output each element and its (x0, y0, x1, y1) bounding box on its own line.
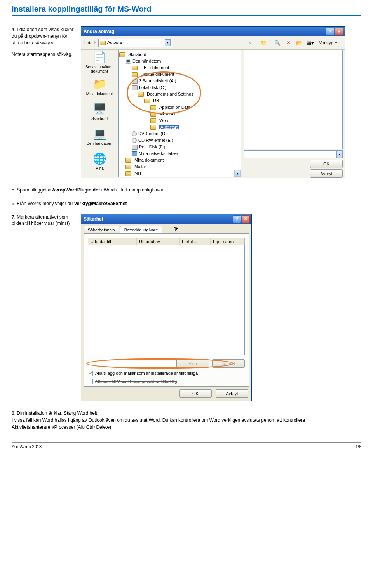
disc-icon (132, 131, 137, 136)
tree-item[interactable]: Autostart (119, 124, 236, 130)
step-8: 8. Din installation är klar. Stäng Word … (12, 410, 361, 431)
places-icon: 💻 (93, 128, 106, 140)
folder-icon (150, 118, 156, 123)
dialog-title: Ändra sökväg (84, 29, 114, 34)
computer-icon: 💻 (125, 58, 131, 64)
places-icon: 📄 (93, 51, 106, 64)
visa-button[interactable]: Visa (176, 359, 209, 368)
tree-item[interactable]: Application Data (119, 104, 236, 111)
folder-icon (150, 112, 156, 117)
tree-item[interactable]: Documents and Settings (119, 91, 236, 97)
tree-item[interactable]: Word (119, 117, 236, 124)
places-icon: 📁 (93, 78, 106, 90)
places-item[interactable]: 🌐Mina (83, 150, 116, 173)
tree-item[interactable]: Mina nätverksplatser (119, 150, 236, 157)
up-icon[interactable]: 📁 (259, 38, 268, 47)
ok-button[interactable]: OK (310, 160, 343, 168)
file-preview-area (244, 50, 343, 149)
checkbox-icon: ✔ (88, 379, 93, 384)
step-5: 5. Spara tillägget e-AvropWordPlugin.dot… (12, 187, 361, 193)
verktyg-menu[interactable]: Verktyg▾ (317, 40, 342, 46)
places-item[interactable]: 🖥️Skrivbord (83, 101, 116, 123)
cancel-button[interactable]: Avbryt (310, 169, 343, 178)
checkbox-checked-icon: ✔ (88, 371, 93, 376)
tabort-button[interactable]: Ta bort (212, 359, 245, 368)
checkbox-tillagg[interactable]: ✔ Alla tillägg och mallar som är install… (88, 371, 245, 376)
tree-item[interactable]: 3,5-tumsdiskett (A:) (119, 78, 236, 84)
close-icon[interactable]: ✕ (335, 28, 343, 35)
dialog-sakerhet: Säkerhet ? ✕ Säkerhetsnivå Betrodda utgi… (81, 214, 252, 401)
tree-item[interactable]: 💻Den här datorn (119, 58, 236, 64)
step-6: 6. Från Words meny väljer du Verktyg/Mak… (12, 200, 361, 207)
tree-item[interactable]: Norrtälje (119, 177, 236, 177)
folder-tree[interactable]: Skrivbord💻Den här datornRB - dokumentDel… (118, 50, 241, 177)
drive-icon (132, 79, 138, 84)
cursor-icon: ➤ (173, 224, 180, 232)
drive-icon (132, 145, 138, 150)
chevron-down-icon[interactable]: ▾ (336, 151, 342, 158)
page-footer: © e-Avrop 2013 1/8 (12, 443, 361, 449)
folder-icon (150, 125, 156, 130)
drive-icon (132, 85, 138, 90)
back-icon[interactable]: ⟵ (248, 38, 257, 47)
page-title: Installera kopplingstilläg för MS-Word (12, 5, 361, 16)
places-item[interactable]: 💻Den här datorn (83, 125, 116, 148)
search-icon[interactable]: 🔍 (273, 38, 282, 47)
chevron-down-icon[interactable]: ▾ (165, 39, 171, 46)
step-4-note: Notera startmappens sökväg. (12, 51, 74, 58)
tree-item[interactable]: MITT (119, 170, 236, 177)
folder-icon (138, 92, 144, 97)
step-4: 4. I dialogen som visas klickar du på dr… (12, 26, 74, 46)
checkbox-vb[interactable]: ✔ Åtkomst till Visual Basic-projekt är t… (88, 379, 245, 384)
tree-item[interactable]: RB - dokument (119, 64, 236, 71)
folder-icon (132, 72, 138, 77)
folder-icon (125, 158, 131, 163)
network-icon (132, 151, 137, 156)
delete-icon[interactable]: ✕ (284, 38, 293, 47)
tab-sakerhetsniva[interactable]: Säkerhetsnivå (84, 226, 119, 233)
tab-betrodda-utgivare[interactable]: Betrodda utgivare (120, 226, 162, 233)
folder-icon (125, 165, 131, 169)
new-folder-icon[interactable]: 📂 (295, 38, 303, 47)
scroll-down-icon[interactable]: ▾ (234, 170, 241, 177)
places-item[interactable]: 📁Mina dokument (83, 76, 116, 98)
dialog-andra-sokvag: Ändra sökväg ? ✕ Leta i: Autostart ▾ ⟵ 📁… (81, 26, 345, 178)
tree-item[interactable]: DVD-enhet (D:) (119, 130, 236, 137)
leta-i-label: Leta i: (84, 40, 96, 45)
help-icon[interactable]: ? (233, 215, 241, 223)
step-7: 7. Markera alternativet som bilden till … (12, 214, 74, 227)
tree-item[interactable]: Skrivbord (119, 51, 236, 58)
folder-icon (132, 66, 138, 70)
close-icon[interactable]: ✕ (242, 215, 250, 223)
places-icon: 🌐 (93, 153, 106, 165)
publishers-list[interactable] (88, 245, 245, 355)
tree-item[interactable]: CD-RW-enhet (E:) (119, 137, 236, 144)
tree-item[interactable]: Mina dokument (119, 157, 236, 164)
list-header: Utfärdat till Utfärdat av Förfall... Ege… (88, 238, 245, 245)
folder-icon (125, 171, 131, 176)
places-bar: 📄Senast använda dokument📁Mina dokument🖥️… (81, 50, 118, 178)
places-icon: 🖥️ (93, 103, 106, 115)
folder-icon (150, 105, 156, 110)
folder-icon (100, 41, 106, 45)
folder-icon (144, 99, 150, 103)
tree-item[interactable]: Microsoft (119, 111, 236, 117)
tree-item[interactable]: Delade dokument (119, 71, 236, 78)
ok-button[interactable]: OK (179, 389, 212, 398)
filename-field[interactable]: ▾ (244, 150, 343, 158)
help-icon[interactable]: ? (326, 28, 334, 35)
folder-icon (119, 52, 125, 57)
places-item[interactable]: 📄Senast använda dokument (83, 51, 116, 73)
tree-item[interactable]: RB (119, 97, 236, 104)
tree-item[interactable]: Pen_Disk (F:) (119, 144, 236, 150)
views-icon[interactable]: ▦▾ (306, 38, 314, 47)
leta-i-dropdown[interactable]: Autostart ▾ (98, 39, 172, 47)
disc-icon (132, 138, 137, 143)
cancel-button[interactable]: Avbryt (216, 389, 248, 398)
tree-item[interactable]: Lokal disk (C:) (119, 84, 236, 91)
dialog-title: Säkerhet (84, 216, 103, 222)
chevron-down-icon: ▾ (335, 41, 337, 45)
tree-item[interactable]: Mallar (119, 164, 236, 170)
